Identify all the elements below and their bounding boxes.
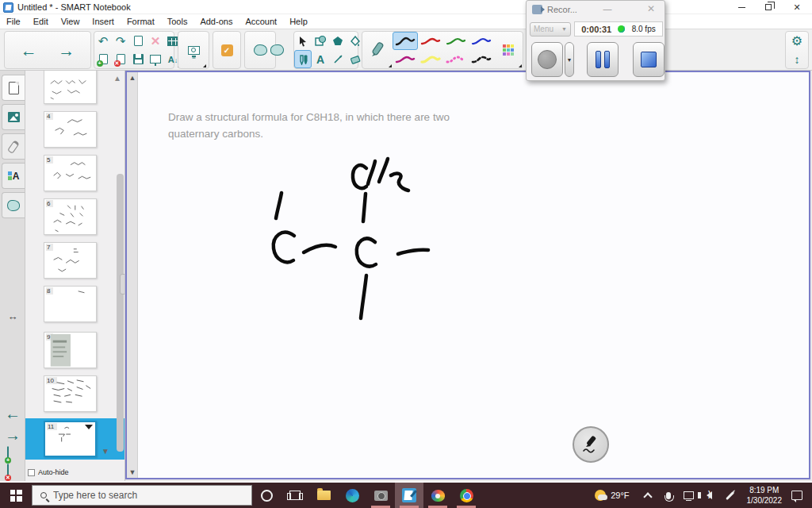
menu-insert[interactable]: Insert	[86, 16, 121, 27]
thumbnails-scroll-down[interactable]: ▼	[102, 447, 109, 456]
pen-swatch-black-dashed[interactable]	[469, 50, 494, 68]
auto-hide-checkbox[interactable]	[28, 469, 35, 476]
task-view-button[interactable]	[281, 483, 309, 508]
tab-properties[interactable]: A	[2, 163, 25, 189]
shapes-tool-button[interactable]	[312, 32, 329, 50]
auto-hide-control[interactable]: Auto-hide	[28, 468, 69, 476]
edge-button[interactable]	[338, 483, 366, 508]
thumbnails-scroll-up[interactable]: ▲	[113, 74, 121, 83]
notebook-canvas[interactable]: ▲ ▼ Draw a structural formula for C8H18,…	[125, 71, 810, 479]
side-tab-strip: A ↔ ← → + ✕	[0, 71, 25, 481]
undo-button[interactable]: ↶	[94, 32, 112, 50]
recorder-title-bar[interactable]: Recor... — ✕	[527, 1, 665, 19]
pen-swatch-red[interactable]	[418, 32, 443, 50]
recorder-close-button[interactable]: ✕	[645, 3, 657, 14]
pen-tray-button[interactable]	[720, 483, 741, 508]
recorder-app-button[interactable]	[366, 483, 395, 508]
tab-gallery[interactable]	[2, 104, 25, 130]
tab-addons[interactable]	[2, 192, 25, 218]
add-page-button[interactable]: +	[94, 50, 112, 68]
menu-addons[interactable]: Add-ons	[193, 16, 239, 27]
taskbar-search[interactable]	[32, 485, 252, 506]
menu-account[interactable]: Account	[239, 16, 283, 27]
menu-format[interactable]: Format	[121, 16, 161, 27]
pen-swatch-green[interactable]	[443, 32, 469, 50]
menu-file[interactable]: File	[0, 16, 27, 27]
floating-ink-tool-button[interactable]	[573, 426, 609, 463]
thumbnail-page-10[interactable]: 10	[44, 375, 97, 412]
thumbnail-page-9[interactable]: 9	[44, 332, 97, 368]
menu-tools[interactable]: Tools	[161, 16, 194, 27]
select-tool-button[interactable]	[294, 32, 312, 50]
search-input[interactable]	[53, 490, 212, 501]
pen-swatch-pink-dotted[interactable]	[443, 50, 469, 68]
panel-resize-handle[interactable]	[120, 274, 125, 294]
restore-button[interactable]	[755, 0, 782, 14]
chrome-button[interactable]	[452, 483, 481, 508]
thumbnail-page-6[interactable]: 6	[44, 198, 97, 235]
forward-button[interactable]: →	[53, 32, 80, 68]
taskbar-clock[interactable]: 8:19 PM 1/30/2022	[741, 485, 789, 506]
tray-overflow-button[interactable]	[638, 483, 658, 508]
screen-capture-button[interactable]	[180, 32, 207, 68]
paint-button[interactable]	[423, 483, 452, 508]
menu-edit[interactable]: Edit	[27, 16, 55, 27]
close-button[interactable]: ✕	[783, 0, 810, 14]
thumbnail-page-11[interactable]: 11	[44, 421, 97, 457]
action-center-button[interactable]	[791, 491, 802, 500]
pens-group	[362, 31, 523, 69]
strip-delete-page-button[interactable]: ✕	[7, 464, 9, 479]
color-palette-button[interactable]	[494, 32, 523, 68]
thumbnail-page-5[interactable]: 5	[44, 155, 97, 191]
file-explorer-button[interactable]	[309, 483, 338, 508]
thumbnail-page-8[interactable]: 8	[44, 286, 97, 322]
toolbar-resize-button[interactable]: ↕	[795, 52, 800, 67]
pen-swatch-black[interactable]	[393, 32, 418, 50]
screen-shade-button[interactable]	[147, 50, 164, 68]
response-button[interactable]: ✓	[213, 32, 240, 68]
tab-attachments[interactable]	[2, 133, 25, 160]
minimize-button[interactable]	[728, 0, 755, 14]
delete-button[interactable]: ✕	[147, 32, 164, 50]
paste-button[interactable]	[129, 32, 147, 50]
pens-tool-button[interactable]	[294, 50, 312, 68]
line-tool-button[interactable]	[329, 50, 347, 68]
back-button[interactable]: ←	[15, 32, 42, 68]
next-page-button[interactable]: →	[0, 427, 25, 443]
dock-side-toggle[interactable]: ↔	[0, 310, 25, 322]
recorder-minimize-button[interactable]: —	[603, 4, 612, 13]
record-button[interactable]	[531, 42, 563, 77]
recorder-menu-dropdown[interactable]: Menu ▼	[530, 22, 571, 37]
thumbnail-page-3[interactable]	[44, 71, 97, 104]
weather-widget[interactable]: 29°F	[590, 483, 637, 508]
text-tool-button[interactable]: A	[312, 50, 329, 68]
pen-button[interactable]	[362, 32, 393, 68]
microphone-tray-button[interactable]	[658, 483, 679, 508]
network-tray-button[interactable]	[679, 483, 699, 508]
tab-page-sorter[interactable]	[2, 75, 25, 101]
menu-view[interactable]: View	[55, 16, 86, 27]
smart-notebook-button[interactable]	[395, 483, 423, 508]
pen-swatch-magenta[interactable]	[393, 50, 418, 68]
record-options-dropdown[interactable]: ▼	[565, 42, 574, 77]
strip-add-page-button[interactable]: +	[7, 447, 9, 461]
thumbnail-page-7[interactable]: 7	[44, 242, 97, 279]
pen-swatch-yellow[interactable]	[418, 50, 443, 68]
settings-button[interactable]: ⚙	[791, 34, 802, 48]
polygon-tool-button[interactable]	[329, 32, 347, 50]
cortana-button[interactable]	[252, 483, 281, 508]
thumbnails-scrollbar[interactable]	[117, 174, 124, 452]
pause-button[interactable]	[587, 42, 619, 77]
start-button[interactable]	[0, 483, 32, 508]
menu-help[interactable]: Help	[283, 16, 314, 27]
shapes-icon	[315, 36, 327, 46]
thumbnail-page-4[interactable]: 4	[44, 111, 97, 148]
pen-swatch-blue[interactable]	[469, 32, 494, 50]
volume-tray-button[interactable]	[699, 483, 720, 508]
redo-button[interactable]: ↷	[112, 32, 129, 50]
save-button[interactable]	[129, 50, 147, 68]
stop-button[interactable]	[633, 42, 665, 77]
delete-page-button[interactable]: ✕	[112, 50, 129, 68]
previous-page-button[interactable]: ←	[0, 406, 25, 421]
activity-button[interactable]	[263, 32, 290, 68]
